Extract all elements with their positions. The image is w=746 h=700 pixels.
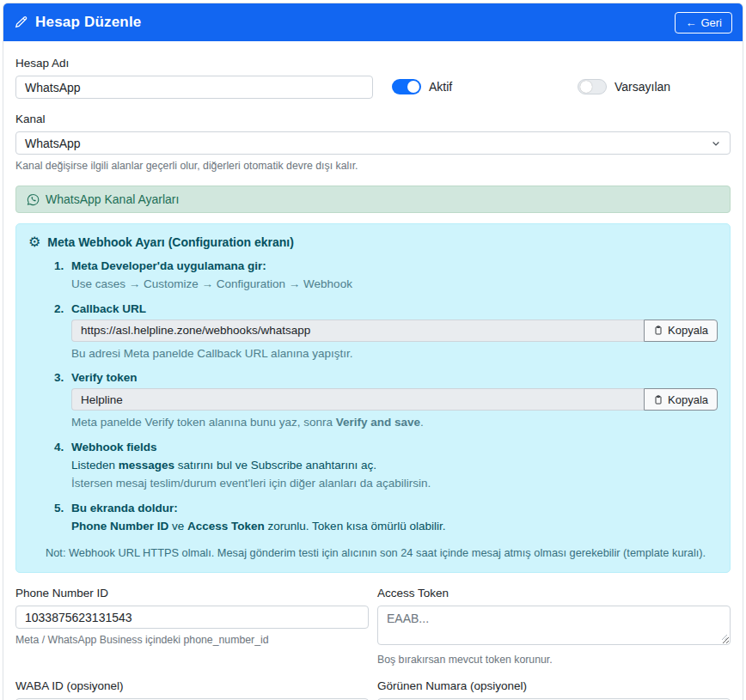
step-title: Webhook fields [71, 441, 718, 453]
callback-url-input[interactable] [71, 320, 644, 342]
step-body: Verify token Kopyala Meta panelde Verify… [71, 371, 718, 431]
subtext-bold: Verify and save [336, 416, 420, 429]
webhook-step-5: 5. Bu ekranda doldur: Phone Number ID ve… [54, 502, 718, 535]
gear-icon: ⚙ [28, 235, 40, 249]
step-body: Callback URL Kopyala Bu adresi Meta pane… [71, 302, 718, 362]
step-body: Meta Developer'da uygulamana gir: Use ca… [71, 259, 718, 293]
clipboard-icon [653, 325, 663, 336]
webhook-step-1: 1. Meta Developer'da uygulamana gir: Use… [54, 259, 718, 293]
default-toggle-group: Varsayılan [578, 79, 670, 99]
default-toggle-label: Varsayılan [615, 80, 670, 94]
phone-number-id-field: Phone Number ID Meta / WhatsApp Business… [15, 587, 369, 666]
account-name-field: Hesap Adı [15, 57, 373, 99]
waba-id-field: WABA ID (opsiyonel) [15, 679, 369, 700]
step-number: 4. [54, 441, 71, 492]
webhook-step-2: 2. Callback URL Kopyala B [54, 302, 718, 362]
back-button-label: Geri [700, 16, 722, 29]
waba-id-label: WABA ID (opsiyonel) [15, 679, 369, 692]
access-token-help: Boş bırakırsan mevcut token korunur. [377, 654, 731, 666]
channel-select-value: WhatsApp [25, 137, 81, 150]
step-line: Listeden messages satırını bul ve Subscr… [71, 457, 718, 474]
edit-account-page: Hesap Düzenle ← Geri Hesap Adı Aktif [0, 0, 746, 700]
default-toggle[interactable] [578, 79, 607, 94]
subtext-part: Meta panelde Verify token alanına bunu y… [71, 416, 336, 429]
active-toggle-label: Aktif [429, 80, 452, 94]
step-body: Webhook fields Listeden messages satırın… [71, 441, 718, 492]
copy-verify-token-button[interactable]: Kopyala [644, 388, 718, 411]
access-token-input[interactable] [377, 606, 731, 645]
step-title: Callback URL [71, 302, 718, 315]
page-header: Hesap Düzenle ← Geri [3, 3, 743, 41]
line-bold: messages [119, 459, 174, 472]
copy-callback-url-button[interactable]: Kopyala [644, 320, 718, 342]
phone-number-id-input[interactable] [15, 606, 369, 629]
webhook-note: Not: Webhook URL HTTPS olmalı. Mesaj gön… [46, 546, 718, 559]
line-bold: Access Token [187, 520, 265, 533]
whatsapp-icon [27, 193, 40, 206]
back-arrow-icon: ← [685, 16, 696, 29]
webhook-info-title-row: ⚙ Meta Webhook Ayarı (Configuration ekra… [28, 235, 718, 249]
step-body: Bu ekranda doldur: Phone Number ID ve Ac… [71, 502, 718, 535]
toggle-knob [580, 81, 592, 93]
channel-help-text: Kanal değişirse ilgili alanlar geçerli o… [15, 160, 731, 172]
display-number-label: Görünen Numara (opsiyonel) [377, 679, 731, 692]
copy-button-label: Kopyala [668, 324, 708, 337]
access-token-textarea-wrap [377, 606, 731, 648]
step-title: Verify token [71, 371, 718, 384]
webhook-step-4: 4. Webhook fields Listeden messages satı… [54, 441, 718, 492]
step-line: Phone Number ID ve Access Token zorunlu.… [71, 518, 718, 535]
clipboard-icon [653, 394, 663, 405]
copy-button-label: Kopyala [668, 393, 708, 406]
account-name-input[interactable] [15, 76, 373, 99]
access-token-label: Access Token [377, 587, 731, 600]
active-toggle-group: Aktif [392, 79, 578, 99]
step-number: 2. [54, 302, 71, 362]
step-number: 3. [54, 371, 71, 431]
step-subtext: İstersen mesaj teslim/durum event'leri i… [71, 475, 718, 492]
step-subtext: Meta panelde Verify token alanına bunu y… [71, 414, 718, 431]
channel-field: Kanal WhatsApp Kanal değişirse ilgili al… [15, 113, 731, 172]
line-part: ve [168, 520, 187, 533]
phone-number-id-help: Meta / WhatsApp Business içindeki phone_… [15, 634, 369, 646]
whatsapp-settings-section-header: WhatsApp Kanal Ayarları [15, 186, 731, 213]
phone-number-id-label: Phone Number ID [15, 587, 369, 600]
line-part: zorunlu. Token kısa ömürlü olabilir. [265, 520, 446, 533]
verify-token-input-group: Kopyala [71, 388, 718, 411]
line-bold: Phone Number ID [71, 520, 168, 533]
access-token-field: Access Token Boş bırakırsan mevcut token… [377, 587, 731, 666]
webhook-info-title: Meta Webhook Ayarı (Configuration ekranı… [47, 235, 294, 249]
active-toggle[interactable] [392, 79, 421, 94]
subtext-part: . [420, 416, 424, 429]
step-title: Meta Developer'da uygulamana gir: [71, 259, 718, 272]
edit-account-card: Hesap Düzenle ← Geri Hesap Adı Aktif [3, 3, 743, 700]
toggle-knob [407, 81, 419, 93]
step-title: Bu ekranda doldur: [71, 502, 718, 514]
channel-select[interactable]: WhatsApp [15, 131, 731, 155]
chevron-down-icon [711, 138, 721, 149]
verify-token-input[interactable] [71, 388, 644, 411]
step-number: 1. [54, 259, 71, 293]
line-part: Listeden [71, 459, 119, 472]
back-button[interactable]: ← Geri [675, 12, 732, 33]
section-bar-label: WhatsApp Kanal Ayarları [46, 192, 179, 206]
line-part: satırını bul ve Subscribe anahtarını aç. [174, 459, 376, 472]
header-title-group: Hesap Düzenle [14, 14, 142, 31]
channel-label: Kanal [15, 113, 731, 125]
page-title: Hesap Düzenle [35, 14, 142, 31]
webhook-step-3: 3. Verify token Kopyala M [54, 371, 718, 431]
account-name-label: Hesap Adı [15, 57, 373, 70]
step-number: 5. [54, 502, 71, 535]
phone-token-row: Phone Number ID Meta / WhatsApp Business… [15, 587, 731, 666]
form-body: Hesap Adı Aktif Varsayılan Kanal WhatsAp… [3, 41, 743, 700]
pencil-icon [14, 15, 28, 30]
webhook-info-box: ⚙ Meta Webhook Ayarı (Configuration ekra… [15, 223, 731, 573]
waba-number-row: WABA ID (opsiyonel) Görünen Numara (opsi… [15, 679, 731, 700]
account-name-row: Hesap Adı Aktif Varsayılan [15, 57, 731, 99]
callback-url-input-group: Kopyala [71, 320, 718, 342]
step-subtext: Use cases → Customize → Configuration → … [71, 276, 718, 293]
step-subtext: Bu adresi Meta panelde Callback URL alan… [71, 345, 718, 362]
display-number-field: Görünen Numara (opsiyonel) [377, 679, 731, 700]
